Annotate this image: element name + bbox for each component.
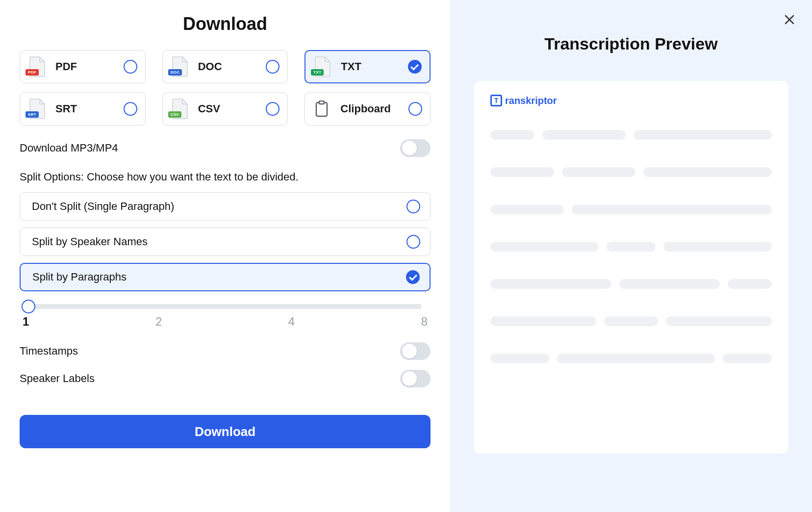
format-badge: SRT xyxy=(25,111,39,118)
skeleton-line xyxy=(490,316,596,326)
format-label: SRT xyxy=(55,102,124,115)
radio-checked xyxy=(406,270,420,284)
timestamps-label: Timestamps xyxy=(20,345,78,358)
speaker-labels-toggle[interactable] xyxy=(400,370,431,387)
slider-thumb[interactable] xyxy=(22,300,35,313)
skeleton-line xyxy=(490,242,599,252)
radio-unchecked xyxy=(406,200,420,213)
clipboard-icon xyxy=(312,98,331,120)
skeleton-line xyxy=(490,354,549,363)
format-srt[interactable]: SRT SRT xyxy=(20,92,146,126)
radio-unchecked xyxy=(406,235,420,249)
file-icon: SRT xyxy=(27,98,47,120)
timestamps-row: Timestamps xyxy=(20,342,431,360)
skeleton-row xyxy=(490,130,772,140)
speaker-labels-label: Speaker Labels xyxy=(20,372,95,385)
skeleton-line xyxy=(490,130,534,140)
split-option-label: Split by Speaker Names xyxy=(32,235,148,248)
preview-title: Transcription Preview xyxy=(474,34,788,53)
skeleton-line xyxy=(666,316,772,326)
skeleton-line xyxy=(723,354,772,363)
format-label: DOC xyxy=(198,60,266,73)
skeleton-row xyxy=(490,279,772,289)
close-icon xyxy=(784,14,795,25)
format-label: CSV xyxy=(198,102,266,115)
download-panel: Download PDF PDF DOC DOC TXT TX xyxy=(0,0,450,512)
format-badge: DOC xyxy=(168,69,182,76)
skeleton-line xyxy=(542,130,626,140)
skeleton-line xyxy=(634,130,772,140)
brand-mark-icon: T xyxy=(490,95,502,106)
file-icon: PDF xyxy=(27,56,47,77)
format-csv[interactable]: CSV CSV xyxy=(162,92,288,126)
skeleton-line xyxy=(490,205,564,214)
format-clipboard[interactable]: Clipboard xyxy=(304,92,431,126)
skeleton-line xyxy=(619,279,720,289)
format-doc[interactable]: DOC DOC xyxy=(162,50,288,83)
brand-text: ranskriptor xyxy=(505,95,557,106)
download-mp3-mp4-label: Download MP3/MP4 xyxy=(20,142,118,154)
skeleton-row xyxy=(490,242,772,252)
radio-unchecked xyxy=(124,102,137,116)
skeleton-row xyxy=(490,316,772,326)
brand-logo: T ranskriptor xyxy=(490,95,772,106)
skeleton-row xyxy=(490,205,772,214)
format-label: Clipboard xyxy=(340,102,408,115)
close-button[interactable] xyxy=(781,11,798,28)
skeleton-row xyxy=(490,167,772,177)
preview-panel: Transcription Preview T ranskriptor xyxy=(450,0,812,512)
skeleton-line xyxy=(728,279,772,289)
speaker-labels-row: Speaker Labels xyxy=(20,370,431,387)
format-badge: PDF xyxy=(25,69,39,76)
file-icon: DOC xyxy=(170,56,189,77)
slider-tick: 1 xyxy=(23,315,29,329)
skeleton-line xyxy=(572,205,772,214)
split-option-label: Split by Paragraphs xyxy=(32,271,127,283)
skeleton-row xyxy=(490,354,772,363)
skeleton-line xyxy=(607,242,656,252)
format-label: TXT xyxy=(341,60,408,73)
file-icon: CSV xyxy=(170,98,189,120)
skeleton-line xyxy=(562,167,635,177)
slider-tick: 2 xyxy=(155,315,162,329)
split-by-paragraphs[interactable]: Split by Paragraphs xyxy=(20,263,431,291)
svg-rect-1 xyxy=(319,101,324,104)
file-icon: TXT xyxy=(312,56,332,77)
skeleton-line xyxy=(490,167,554,177)
split-option-label: Don't Split (Single Paragraph) xyxy=(32,200,174,213)
slider-ticks: 1 2 4 8 xyxy=(23,315,428,329)
format-pdf[interactable]: PDF PDF xyxy=(20,50,146,83)
skeleton-line xyxy=(643,167,772,177)
radio-unchecked xyxy=(408,102,422,116)
download-button[interactable]: Download xyxy=(20,415,431,448)
skeleton-line xyxy=(490,279,611,289)
radio-unchecked xyxy=(266,102,279,116)
radio-checked xyxy=(408,60,422,74)
skeleton-line xyxy=(604,316,658,326)
download-title: Download xyxy=(20,14,431,34)
download-mp3-mp4-row: Download MP3/MP4 xyxy=(20,139,431,157)
format-badge: TXT xyxy=(311,69,324,76)
format-badge: CSV xyxy=(168,111,181,118)
split-dont-split[interactable]: Don't Split (Single Paragraph) xyxy=(20,192,431,221)
slider-track xyxy=(28,304,422,309)
timestamps-toggle[interactable] xyxy=(400,342,431,360)
radio-unchecked xyxy=(124,60,137,74)
slider-tick: 8 xyxy=(421,315,428,329)
format-txt[interactable]: TXT TXT xyxy=(304,50,431,83)
split-by-speaker[interactable]: Split by Speaker Names xyxy=(20,228,431,256)
radio-unchecked xyxy=(266,60,279,74)
paragraph-count-slider[interactable] xyxy=(22,298,429,312)
skeleton-line xyxy=(557,354,715,363)
format-label: PDF xyxy=(55,60,124,73)
skeleton-line xyxy=(663,242,772,252)
split-options-heading: Split Options: Choose how you want the t… xyxy=(20,171,431,183)
format-grid: PDF PDF DOC DOC TXT TXT xyxy=(20,50,431,126)
preview-card: T ranskriptor xyxy=(474,81,788,454)
slider-tick: 4 xyxy=(288,315,295,329)
download-mp3-mp4-toggle[interactable] xyxy=(400,139,431,157)
